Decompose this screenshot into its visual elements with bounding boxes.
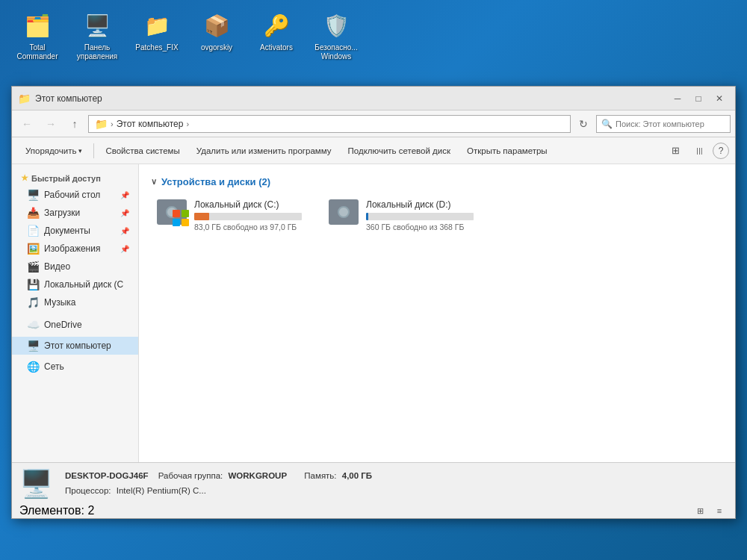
sidebar-item-downloads[interactable]: 📥 Загрузки 📌 xyxy=(12,204,138,222)
explorer-folder-icon: 📁 xyxy=(18,93,31,105)
onedrive-icon: ☁️ xyxy=(27,319,40,331)
minimize-button[interactable]: ─ xyxy=(668,91,687,106)
icon-label-patches-fix: Patches_FIX xyxy=(135,43,178,52)
disk-icon: 💾 xyxy=(27,279,40,290)
drive-d-hdd-body xyxy=(329,199,359,225)
sidebar: ★ Быстрый доступ 🖥️ Рабочий стол 📌 📥 Заг… xyxy=(12,164,139,462)
sidebar-this-computer-section: 🖥️ Этот компьютер xyxy=(12,337,138,355)
icon-image-patches-fix: 📁 xyxy=(142,10,172,40)
window-title: Этот компьютер xyxy=(35,93,102,104)
workgroup-label: Рабочая группа: xyxy=(158,471,223,480)
drive-c-info: Локальный диск (C:) 83,0 ГБ свободно из … xyxy=(194,199,302,231)
drive-c-item[interactable]: Локальный диск (C:) 83,0 ГБ свободно из … xyxy=(151,193,308,237)
maximize-button[interactable]: □ xyxy=(689,91,708,106)
images-icon: 🖼️ xyxy=(27,243,40,255)
drive-d-hdd-circle xyxy=(338,206,350,218)
organize-button[interactable]: Упорядочить ▾ xyxy=(18,140,90,161)
main-panel: ∨ Устройства и диски (2) xyxy=(139,164,735,462)
pin-icon-3: 📌 xyxy=(120,227,129,235)
search-input[interactable] xyxy=(616,119,725,128)
workgroup-value: WORKGROUP xyxy=(229,471,288,480)
drive-d-info: Локальный диск (D:) 360 ГБ свободно из 3… xyxy=(366,199,474,231)
help-button[interactable]: ? xyxy=(713,143,729,159)
icon-image-ovgorskiy: 📦 xyxy=(202,10,232,40)
system-properties-button[interactable]: Свойства системы xyxy=(98,140,187,161)
drive-d-icon-container xyxy=(329,199,359,225)
sidebar-item-images[interactable]: 🖼️ Изображения 📌 xyxy=(12,240,138,258)
address-path[interactable]: 📁 › Этот компьютер › xyxy=(88,115,571,133)
toolbar-right: ⊞ ⫼ ? xyxy=(665,141,729,161)
grid-view-button[interactable]: ⊞ xyxy=(692,504,708,517)
computer-details: DESKTOP-DOGJ46F Рабочая группа: WORKGROU… xyxy=(65,469,372,498)
status-right-icons: ⊞ ≡ xyxy=(692,504,728,517)
computer-icon: 🖥️ xyxy=(27,340,40,352)
map-drive-button[interactable]: Подключить сетевой диск xyxy=(341,140,458,161)
drive-d-bar xyxy=(366,213,474,220)
list-view-button[interactable]: ≡ xyxy=(711,504,728,517)
sidebar-item-onedrive[interactable]: ☁️ OneDrive xyxy=(12,316,138,334)
status-bottom: Элементов: 2 ⊞ ≡ xyxy=(19,504,728,517)
memory-value: 4,00 ГБ xyxy=(342,471,372,480)
star-icon: ★ xyxy=(21,173,28,183)
downloads-icon: 📥 xyxy=(27,207,40,219)
desktop-icon-bezopasno-windows[interactable]: 🛡️ Безопасно...Windows xyxy=(310,7,362,64)
toolbar: Упорядочить ▾ Свойства системы Удалить и… xyxy=(12,137,735,164)
computer-info: 🖥️ DESKTOP-DOGJ46F Рабочая группа: WORKG… xyxy=(19,464,728,504)
desktop-icon-activators[interactable]: 🔑 Activators xyxy=(250,7,303,55)
panes-button[interactable]: ⫼ xyxy=(689,141,710,161)
search-box[interactable]: 🔍 xyxy=(596,115,731,133)
network-icon: 🌐 xyxy=(27,361,40,373)
sidebar-item-desktop[interactable]: 🖥️ Рабочий стол 📌 xyxy=(12,186,138,204)
open-settings-button[interactable]: Открыть параметры xyxy=(459,140,555,161)
status-bar: 🖥️ DESKTOP-DOGJ46F Рабочая группа: WORKG… xyxy=(12,462,735,518)
drive-c-bar-fill xyxy=(194,213,209,220)
forward-button[interactable]: → xyxy=(40,114,61,134)
icon-label-total-commander: TotalCommander xyxy=(16,43,58,61)
quick-access-title[interactable]: ★ Быстрый доступ xyxy=(12,170,138,186)
path-folder-icon: 📁 xyxy=(95,118,108,130)
drive-c-win-logo xyxy=(173,210,189,226)
title-bar-controls: ─ □ ✕ xyxy=(668,91,729,106)
icon-image-activators: 🔑 xyxy=(261,10,291,40)
up-button[interactable]: ↑ xyxy=(64,114,85,134)
refresh-button[interactable]: ↻ xyxy=(574,114,593,134)
toolbar-separator xyxy=(93,143,94,158)
pc-icon: 🖥️ xyxy=(19,468,53,500)
explorer-window: 📁 Этот компьютер ─ □ ✕ ← → ↑ 📁 › Этот ко… xyxy=(11,86,736,519)
drive-c-name: Локальный диск (C:) xyxy=(194,199,302,210)
uninstall-button[interactable]: Удалить или изменить программу xyxy=(189,140,339,161)
drive-d-space: 360 ГБ свободно из 368 ГБ xyxy=(366,223,474,231)
desktop-icon-ovgorskiy[interactable]: 📦 ovgorskiy xyxy=(190,7,243,55)
sidebar-item-local-disk[interactable]: 💾 Локальный диск (С xyxy=(12,276,138,293)
sidebar-item-network[interactable]: 🌐 Сеть xyxy=(12,358,138,376)
sidebar-item-video[interactable]: 🎬 Видео xyxy=(12,258,138,276)
drives-grid: Локальный диск (C:) 83,0 ГБ свободно из … xyxy=(151,193,723,237)
view-options-button[interactable]: ⊞ xyxy=(665,141,686,161)
sidebar-item-music[interactable]: 🎵 Музыка xyxy=(12,293,138,311)
desktop-icon-patches-fix[interactable]: 📁 Patches_FIX xyxy=(131,7,183,55)
pin-icon-4: 📌 xyxy=(120,245,129,253)
desktop-icon-panel-upravleniya[interactable]: 🖥️ Панельуправления xyxy=(71,7,123,64)
drive-c-space: 83,0 ГБ свободно из 97,0 ГБ xyxy=(194,223,302,231)
pin-icon: 📌 xyxy=(120,191,129,199)
memory-label: Память: xyxy=(304,471,336,480)
back-button[interactable]: ← xyxy=(16,114,37,134)
search-icon: 🔍 xyxy=(601,119,613,129)
pin-icon-2: 📌 xyxy=(120,209,129,217)
drive-d-name: Локальный диск (D:) xyxy=(366,199,474,210)
close-button[interactable]: ✕ xyxy=(710,91,729,106)
desktop-icon-total-commander[interactable]: 🗂️ TotalCommander xyxy=(11,7,63,64)
music-icon: 🎵 xyxy=(27,296,40,308)
icon-label-panel-upravleniya: Панельуправления xyxy=(77,43,118,61)
content-area: ★ Быстрый доступ 🖥️ Рабочий стол 📌 📥 Заг… xyxy=(12,164,735,462)
icon-image-panel-upravleniya: 🖥️ xyxy=(82,10,112,40)
chevron-icon: ∨ xyxy=(151,177,157,187)
sidebar-item-documents[interactable]: 📄 Документы 📌 xyxy=(12,222,138,240)
drive-c-bar xyxy=(194,213,302,220)
drive-c-icon-container xyxy=(157,199,187,225)
section-header: ∨ Устройства и диски (2) xyxy=(151,173,723,193)
drive-d-bar-fill xyxy=(366,213,368,220)
sidebar-item-this-computer[interactable]: 🖥️ Этот компьютер xyxy=(12,337,138,355)
icon-label-bezopasno-windows: Безопасно...Windows xyxy=(314,43,357,61)
drive-d-item[interactable]: Локальный диск (D:) 360 ГБ свободно из 3… xyxy=(323,193,480,237)
